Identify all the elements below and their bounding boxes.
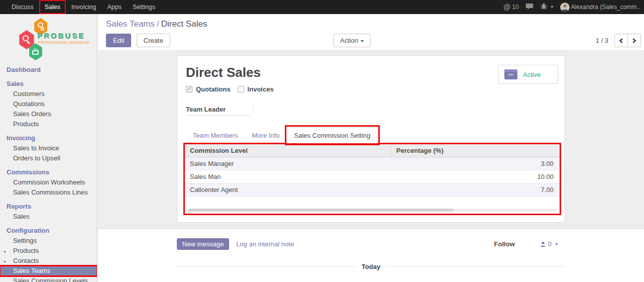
- chatter: New message Log an internal note Follow …: [98, 229, 644, 282]
- sidebar-item-sales-commissions-lines[interactable]: Sales Commissions Lines: [0, 187, 97, 198]
- follower-person-icon: [540, 241, 546, 247]
- commission-level-cell: Sales Manager: [185, 157, 391, 170]
- sidebar-header-sales[interactable]: Sales: [0, 78, 97, 89]
- menu-apps[interactable]: Apps: [101, 0, 127, 14]
- sidebar-item-sales-teams[interactable]: Sales Teams: [0, 266, 97, 276]
- pager-previous-button[interactable]: [614, 34, 628, 47]
- messages-menu[interactable]: [525, 3, 533, 12]
- control-panel: Sales Teams/Direct Sales Edit Create Act…: [98, 14, 644, 50]
- sidebar-header-configuration[interactable]: Configuration: [0, 225, 97, 236]
- chat-bubble-icon: [525, 3, 533, 12]
- breadcrumb-sales-teams-link[interactable]: Sales Teams: [106, 19, 155, 29]
- sidebar-header-dashboard[interactable]: Dashboard: [0, 64, 97, 75]
- archive-box-icon: [504, 69, 517, 79]
- user-name: Alexandra (Sales_comm..: [571, 4, 640, 11]
- followers-count: 0: [548, 240, 552, 248]
- notebook-tabs: Team Members More Info Sales Commission …: [186, 127, 557, 143]
- sidebar-item-sales-orders[interactable]: Sales Orders: [0, 109, 97, 119]
- caret-down-icon: [361, 40, 364, 42]
- sidebar-item-reports-sales[interactable]: Sales: [0, 212, 97, 222]
- field-separator: [253, 105, 254, 113]
- log-internal-note-link[interactable]: Log an internal note: [236, 240, 294, 248]
- chevron-right-icon: [631, 38, 637, 44]
- commission-table-annotated: Commission Level Percentage (%) Sales Ma…: [183, 143, 561, 215]
- sidebar-header-invoicing[interactable]: Invoicing: [0, 133, 97, 143]
- probuse-logo: PROBUSE PROFESSIONAL BUSINESS: [15, 18, 85, 59]
- percentage-cell: 10.00: [391, 170, 560, 183]
- date-separator: Today: [177, 263, 565, 270]
- pager: 1 / 3: [596, 34, 641, 47]
- action-dropdown-button[interactable]: Action: [333, 34, 371, 47]
- sales-team-form: Active Direct Sales Quotations Invoices …: [177, 55, 565, 223]
- chevron-left-icon: [618, 38, 624, 44]
- edit-button[interactable]: Edit: [106, 34, 131, 47]
- form-divider: [186, 217, 557, 217]
- sidebar-header-commissions[interactable]: Commissions: [0, 167, 97, 177]
- tab-more-info[interactable]: More Info: [245, 128, 287, 143]
- team-leader-row: Team Leader: [186, 105, 565, 115]
- pager-counter: 1 / 3: [596, 37, 608, 44]
- logo-subtitle: PROFESSIONAL BUSINESS: [38, 41, 89, 44]
- table-empty-row: [185, 197, 560, 208]
- caret-down-icon: [555, 243, 558, 245]
- horizontal-scrollbar: [188, 209, 557, 212]
- chevron-down-icon: [551, 6, 554, 8]
- caret-right-icon: ▸: [4, 258, 7, 265]
- column-header-commission-level[interactable]: Commission Level: [185, 144, 391, 157]
- active-stat-button[interactable]: Active: [498, 65, 558, 84]
- sidebar-nav: Dashboard Sales Customers Quotations Sal…: [0, 64, 97, 282]
- breadcrumb-separator: /: [155, 19, 161, 29]
- sidebar-item-config-products[interactable]: ▸Products: [0, 246, 97, 256]
- sidebar-item-quotations[interactable]: Quotations: [0, 99, 97, 109]
- main-content: Sales Teams/Direct Sales Edit Create Act…: [98, 14, 644, 282]
- sidebar-item-contacts[interactable]: ▸Contacts: [0, 256, 97, 266]
- menu-settings[interactable]: Settings: [127, 0, 161, 14]
- scrollbar-thumb[interactable]: [188, 209, 453, 212]
- activity-count: 10: [512, 4, 518, 11]
- sidebar-item-sales-to-invoice[interactable]: Sales to Invoice: [0, 143, 97, 153]
- quotations-label: Quotations: [196, 85, 231, 93]
- table-row[interactable]: Sales Manager 3.00: [185, 157, 560, 170]
- app-menus: Discuss Sales Invoicing Apps Settings: [0, 0, 161, 14]
- new-message-button[interactable]: New message: [177, 238, 229, 250]
- sidebar-item-orders-to-upsell[interactable]: Orders to Upsell: [0, 153, 97, 163]
- column-header-percentage[interactable]: Percentage (%): [391, 144, 560, 157]
- breadcrumb-current: Direct Sales: [161, 19, 207, 29]
- followers-menu[interactable]: 0: [540, 240, 558, 248]
- commission-level-cell: Sales Man: [185, 170, 391, 183]
- pager-next-button[interactable]: [627, 34, 641, 47]
- tab-team-members[interactable]: Team Members: [186, 128, 245, 143]
- topbar: Discuss Sales Invoicing Apps Settings @ …: [0, 0, 644, 14]
- follow-button[interactable]: Follow: [494, 240, 515, 248]
- breadcrumb: Sales Teams/Direct Sales: [106, 19, 644, 29]
- sidebar-header-reports[interactable]: Reports: [0, 201, 97, 212]
- logo-title: PROBUSE: [37, 31, 85, 40]
- caret-right-icon: ▸: [4, 248, 7, 255]
- team-leader-label: Team Leader: [186, 106, 251, 116]
- create-button[interactable]: Create: [137, 34, 170, 47]
- invoices-checkbox[interactable]: [238, 86, 244, 92]
- commission-table: Commission Level Percentage (%) Sales Ma…: [185, 144, 560, 208]
- table-row[interactable]: Callcenter Agent 7.00: [185, 183, 560, 197]
- menu-discuss[interactable]: Discuss: [6, 0, 39, 14]
- sidebar-item-commission-worksheets[interactable]: Commission Worksheets: [0, 177, 97, 187]
- table-row[interactable]: Sales Man 10.00: [185, 170, 560, 183]
- activity-menu[interactable]: @ 10: [503, 3, 519, 11]
- invoices-label: Invoices: [248, 85, 274, 93]
- sidebar-item-settings[interactable]: Settings: [0, 236, 97, 246]
- sidebar-item-customers[interactable]: Customers: [0, 89, 97, 99]
- sidebar-item-products[interactable]: Products: [0, 119, 97, 129]
- user-menu[interactable]: Alexandra (Sales_comm..: [560, 3, 640, 12]
- tab-sales-commission-setting[interactable]: Sales Commission Setting: [287, 127, 378, 143]
- active-label: Active: [523, 71, 541, 78]
- menu-invoicing[interactable]: Invoicing: [66, 0, 101, 14]
- bug-icon: [540, 3, 548, 12]
- debug-menu[interactable]: [540, 3, 554, 12]
- menu-sales[interactable]: Sales: [39, 0, 66, 14]
- activity-at-icon: @: [503, 3, 510, 11]
- avatar: [560, 3, 570, 12]
- sidebar-item-sales-commission-levels[interactable]: Sales Commission Levels: [0, 276, 97, 282]
- quotations-checkbox[interactable]: [186, 86, 192, 92]
- percentage-cell: 3.00: [391, 157, 560, 170]
- sidebar: PROBUSE PROFESSIONAL BUSINESS Dashboard …: [0, 14, 97, 282]
